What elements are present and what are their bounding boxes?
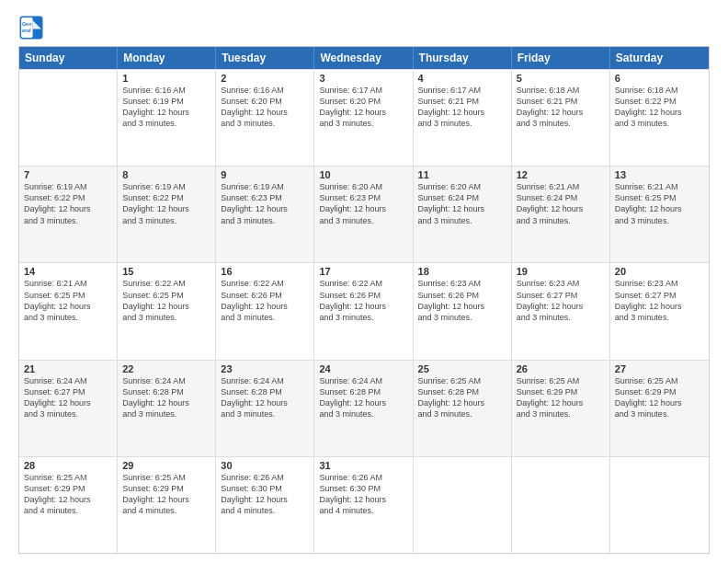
cal-cell-0-6: 6Sunrise: 6:18 AMSunset: 6:22 PMDaylight… bbox=[610, 70, 709, 166]
cell-line: and 3 minutes. bbox=[319, 312, 407, 323]
cal-cell-4-0: 28Sunrise: 6:25 AMSunset: 6:29 PMDayligh… bbox=[19, 457, 118, 553]
cell-line: Daylight: 12 hours bbox=[122, 494, 210, 505]
cell-line: Sunset: 6:22 PM bbox=[122, 192, 210, 203]
cell-line: Sunset: 6:28 PM bbox=[418, 386, 506, 397]
cell-line: Sunrise: 6:24 AM bbox=[122, 375, 210, 386]
cell-line: Sunrise: 6:17 AM bbox=[319, 85, 407, 96]
cell-line: and 3 minutes. bbox=[615, 312, 704, 323]
cell-line: Sunset: 6:25 PM bbox=[615, 192, 704, 203]
cal-cell-2-5: 19Sunrise: 6:23 AMSunset: 6:27 PMDayligh… bbox=[512, 263, 610, 359]
cell-line: Daylight: 12 hours bbox=[221, 203, 309, 214]
day-number: 21 bbox=[24, 363, 112, 374]
day-number: 31 bbox=[319, 460, 407, 471]
day-number: 25 bbox=[418, 363, 506, 374]
day-number: 24 bbox=[319, 363, 407, 374]
cal-cell-1-0: 7Sunrise: 6:19 AMSunset: 6:22 PMDaylight… bbox=[19, 167, 118, 262]
cell-line: and 3 minutes. bbox=[122, 118, 210, 129]
cal-cell-3-4: 25Sunrise: 6:25 AMSunset: 6:28 PMDayligh… bbox=[414, 361, 512, 456]
week-row-2: 14Sunrise: 6:21 AMSunset: 6:25 PMDayligh… bbox=[19, 262, 709, 359]
cal-cell-2-0: 14Sunrise: 6:21 AMSunset: 6:25 PMDayligh… bbox=[19, 263, 118, 359]
cell-line: and 3 minutes. bbox=[615, 215, 704, 226]
cal-cell-4-2: 30Sunrise: 6:26 AMSunset: 6:30 PMDayligh… bbox=[216, 457, 314, 553]
logo-icon: Gen eral bbox=[18, 15, 44, 40]
cell-line: and 3 minutes. bbox=[517, 312, 605, 323]
cell-line: Sunrise: 6:26 AM bbox=[221, 472, 309, 483]
cell-line: Daylight: 12 hours bbox=[517, 107, 605, 118]
cell-line: and 3 minutes. bbox=[615, 408, 704, 419]
cell-line: and 4 minutes. bbox=[122, 505, 210, 516]
cell-line: Daylight: 12 hours bbox=[319, 301, 407, 312]
cal-cell-1-5: 12Sunrise: 6:21 AMSunset: 6:24 PMDayligh… bbox=[512, 167, 610, 262]
cell-line: Daylight: 12 hours bbox=[418, 397, 506, 408]
cal-cell-4-5 bbox=[512, 457, 610, 553]
cell-line: Daylight: 12 hours bbox=[319, 397, 407, 408]
cell-line: Sunrise: 6:18 AM bbox=[615, 85, 704, 96]
cal-cell-1-4: 11Sunrise: 6:20 AMSunset: 6:24 PMDayligh… bbox=[414, 167, 512, 262]
cal-cell-4-6 bbox=[610, 457, 709, 553]
cell-line: Sunset: 6:30 PM bbox=[319, 483, 407, 494]
cell-line: Sunset: 6:28 PM bbox=[221, 386, 309, 397]
cell-line: Sunset: 6:25 PM bbox=[122, 290, 210, 301]
day-number: 27 bbox=[615, 363, 704, 374]
cell-line: Sunset: 6:24 PM bbox=[517, 192, 605, 203]
day-number: 28 bbox=[24, 460, 112, 471]
cell-line: Sunrise: 6:20 AM bbox=[319, 181, 407, 192]
cal-cell-4-4 bbox=[414, 457, 512, 553]
cell-line: Sunset: 6:22 PM bbox=[615, 96, 704, 107]
cell-line: Sunset: 6:26 PM bbox=[418, 290, 506, 301]
cell-line: Daylight: 12 hours bbox=[221, 494, 309, 505]
cell-line: Daylight: 12 hours bbox=[122, 397, 210, 408]
cal-cell-0-0 bbox=[19, 70, 118, 166]
cell-line: Daylight: 12 hours bbox=[122, 301, 210, 312]
header-cell-tuesday: Tuesday bbox=[216, 47, 314, 69]
cal-cell-3-3: 24Sunrise: 6:24 AMSunset: 6:28 PMDayligh… bbox=[314, 361, 413, 456]
cell-line: and 4 minutes. bbox=[221, 505, 309, 516]
day-number: 11 bbox=[418, 169, 506, 180]
cell-line: Daylight: 12 hours bbox=[517, 203, 605, 214]
cell-line: Daylight: 12 hours bbox=[122, 203, 210, 214]
cell-line: and 3 minutes. bbox=[122, 215, 210, 226]
cal-cell-0-3: 3Sunrise: 6:17 AMSunset: 6:20 PMDaylight… bbox=[314, 70, 413, 166]
week-row-4: 28Sunrise: 6:25 AMSunset: 6:29 PMDayligh… bbox=[19, 456, 709, 553]
day-number: 8 bbox=[122, 169, 210, 180]
day-number: 7 bbox=[24, 169, 112, 180]
cell-line: Sunset: 6:29 PM bbox=[517, 386, 605, 397]
day-number: 23 bbox=[221, 363, 309, 374]
day-number: 17 bbox=[319, 266, 407, 277]
cal-cell-3-5: 26Sunrise: 6:25 AMSunset: 6:29 PMDayligh… bbox=[512, 361, 610, 456]
cell-line: Daylight: 12 hours bbox=[418, 107, 506, 118]
cell-line: Sunset: 6:29 PM bbox=[615, 386, 704, 397]
calendar: SundayMondayTuesdayWednesdayThursdayFrid… bbox=[18, 46, 710, 554]
day-number: 30 bbox=[221, 460, 309, 471]
cell-line: Sunrise: 6:20 AM bbox=[418, 181, 506, 192]
cell-line: Daylight: 12 hours bbox=[418, 203, 506, 214]
day-number: 3 bbox=[319, 73, 407, 84]
cell-line: Sunrise: 6:22 AM bbox=[122, 278, 210, 289]
cell-line: and 3 minutes. bbox=[24, 312, 112, 323]
cell-line: Daylight: 12 hours bbox=[517, 397, 605, 408]
cell-line: Sunrise: 6:23 AM bbox=[615, 278, 704, 289]
cell-line: Sunrise: 6:25 AM bbox=[24, 472, 112, 483]
cal-cell-2-1: 15Sunrise: 6:22 AMSunset: 6:25 PMDayligh… bbox=[118, 263, 216, 359]
cell-line: Daylight: 12 hours bbox=[319, 494, 407, 505]
cell-line: Sunset: 6:21 PM bbox=[418, 96, 506, 107]
cell-line: Sunrise: 6:25 AM bbox=[517, 375, 605, 386]
cell-line: and 4 minutes. bbox=[24, 505, 112, 516]
cal-cell-3-2: 23Sunrise: 6:24 AMSunset: 6:28 PMDayligh… bbox=[216, 361, 314, 456]
cell-line: and 3 minutes. bbox=[221, 215, 309, 226]
cell-line: Sunrise: 6:22 AM bbox=[221, 278, 309, 289]
svg-text:eral: eral bbox=[22, 28, 31, 33]
week-row-0: 1Sunrise: 6:16 AMSunset: 6:19 PMDaylight… bbox=[19, 69, 709, 166]
cell-line: Daylight: 12 hours bbox=[221, 397, 309, 408]
day-number: 1 bbox=[122, 73, 210, 84]
cell-line: Sunrise: 6:22 AM bbox=[319, 278, 407, 289]
cal-cell-2-2: 16Sunrise: 6:22 AMSunset: 6:26 PMDayligh… bbox=[216, 263, 314, 359]
cell-line: Sunset: 6:27 PM bbox=[24, 386, 112, 397]
day-number: 9 bbox=[221, 169, 309, 180]
cell-line: and 3 minutes. bbox=[221, 118, 309, 129]
cal-cell-1-2: 9Sunrise: 6:19 AMSunset: 6:23 PMDaylight… bbox=[216, 167, 314, 262]
cell-line: Sunset: 6:21 PM bbox=[517, 96, 605, 107]
cell-line: and 3 minutes. bbox=[122, 312, 210, 323]
header-cell-thursday: Thursday bbox=[414, 47, 512, 69]
cell-line: Sunset: 6:27 PM bbox=[517, 290, 605, 301]
